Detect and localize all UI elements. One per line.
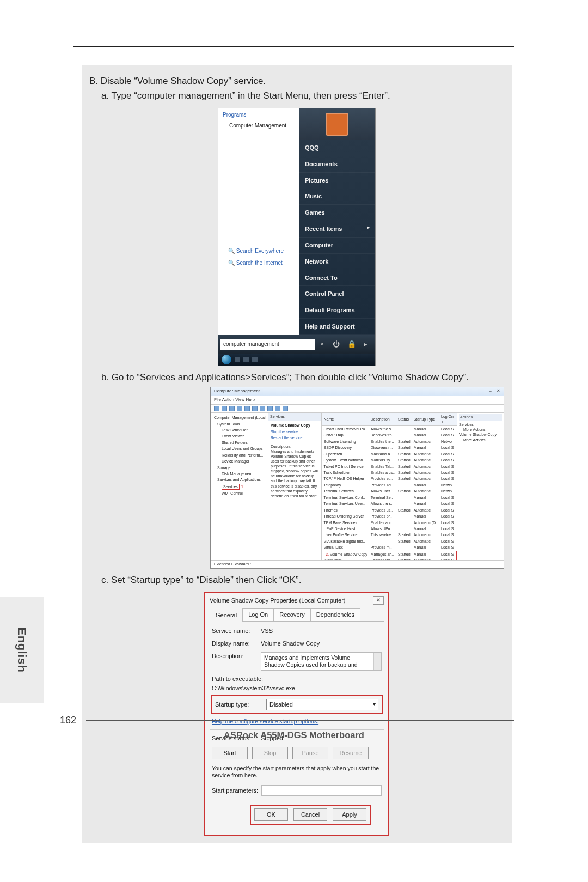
service-row[interactable]: Tablet PC Input ServiceEnables Tab..Star… [322,464,457,470]
step-B-heading: B. Disable “Volume Shadow Copy” service. [89,75,504,88]
program-computer-management[interactable]: Computer Management [218,120,299,130]
startmenu-right-item[interactable]: Connect To [299,270,375,287]
services-list[interactable]: NameDescriptionStatusStartup TypeLog On … [322,413,457,560]
service-row[interactable]: Thread Ordering ServerProvides or..Manua… [322,513,457,519]
cancel-button[interactable]: Cancel [293,808,327,821]
user-avatar [299,108,375,140]
tab-general[interactable]: General [210,609,243,622]
service-row[interactable]: 2. Volume Shadow CopyManages an..Started… [322,551,457,557]
cmgmt-tree[interactable]: Computer Management (Local System Tools … [211,413,268,560]
service-row[interactable]: UPnP Device HostAllows UPn..ManualLocal … [322,526,457,532]
step-b-text: b. Go to “Services and Applications>Serv… [101,372,504,384]
service-row[interactable]: Terminal ServicesAllows user..StartedAut… [322,488,457,494]
taskbar-item [252,357,258,362]
stop-service-link[interactable]: Stop the service [271,429,319,434]
power-lock-row: ⏻ 🔒 ▸ [327,337,373,351]
startmenu-right-item[interactable]: Pictures [299,173,375,189]
start-parameters-label: Start parameters: [212,787,258,795]
service-description-pane: Services Volume Shadow Copy Stop the ser… [268,413,322,560]
service-row[interactable]: TCP/IP NetBIOS HelperProvides su..Starte… [322,476,457,482]
close-icon[interactable]: ✕ [373,596,384,605]
service-row[interactable]: User Profile ServiceThis service ..Start… [322,532,457,538]
service-row[interactable]: Software LicensingEnables the ..StartedA… [322,439,457,445]
figure-service-properties: Volume Shadow Copy Properties (Local Com… [204,592,389,835]
column-header[interactable]: Name [322,413,369,425]
tree-services-highlight[interactable]: Services1. [212,483,267,490]
service-row[interactable]: SuperfetchMaintains a..StartedAutomaticL… [322,451,457,457]
description-value: Manages and implements Volume Shadow Cop… [261,652,382,671]
tab-dependencies[interactable]: Dependencies [310,608,360,621]
start-parameters-input[interactable] [261,785,382,796]
startmenu-right-item[interactable]: Default Programs [299,302,375,319]
cmgmt-view-tabs[interactable]: Extended / Standard / [211,560,504,568]
arrow-icon[interactable]: ▸ [364,339,367,349]
startmenu-right-item[interactable]: Games [299,205,375,221]
service-row[interactable]: Task SchedulerEnables a us..StartedAutom… [322,470,457,476]
start-button[interactable]: Start [212,747,248,759]
stop-button[interactable]: Stop [252,747,288,759]
start-parameters-note: You can specify the start parameters tha… [212,765,382,780]
resume-button[interactable]: Resume [333,747,369,759]
search-input[interactable]: computer management [220,339,315,350]
language-side-tab: English [0,597,44,703]
startmenu-right-item[interactable]: Control Panel [299,286,375,302]
props-titlebar: Volume Shadow Copy Properties (Local Com… [205,593,388,608]
startup-type-select[interactable]: Disabled [266,699,378,710]
ok-button[interactable]: OK [254,808,288,821]
service-row[interactable]: SSDP DiscoveryDiscovers n..StartedManual… [322,445,457,451]
tab-recovery[interactable]: Recovery [273,608,310,621]
service-row[interactable]: Terminal Services User..Allows the r..Ma… [322,501,457,507]
startmenu-right-item[interactable]: QQQ [299,140,375,156]
startmenu-right-item[interactable]: Music [299,188,375,205]
column-header[interactable]: Status [396,413,412,425]
startmenu-right-item[interactable]: Computer [299,238,375,254]
clear-search-icon[interactable]: × [317,340,327,348]
pause-button[interactable]: Pause [292,747,328,759]
service-row[interactable]: TelephonyProvides Tel..ManualNetwo [322,482,457,488]
scrollbar[interactable] [373,653,381,670]
props-tabs: General Log On Recovery Dependencies [210,608,384,622]
startmenu-right-item[interactable]: Help and Support [299,319,375,335]
search-everywhere[interactable]: 🔍 Search Everywhere [218,245,299,257]
actions-pane: Actions Services More Actions Volume Sha… [457,413,504,560]
taskbar [218,354,375,366]
startup-type-row-highlight: Startup type: Disabled [211,695,383,714]
path-label: Path to executable: [212,675,382,683]
service-row[interactable]: VIA Karaoke digital mix..StartedAutomati… [322,538,457,544]
cmgmt-menubar[interactable]: File Action View Help [211,396,504,405]
page-number: 162 [60,715,76,726]
service-row[interactable]: Smart Card Removal Po..Allows the s..Man… [322,425,457,432]
service-row[interactable]: WebClientEnables Wi..StartedAutomaticLoc… [322,557,457,560]
header-rule [74,46,514,47]
footer-rule [86,720,514,721]
startmenu-right-item[interactable]: Network [299,254,375,270]
service-row[interactable]: System Event Notificati..Monitors sy..St… [322,457,457,463]
footer-product-name: ASRock A55M-DGS Motherboard [0,730,588,740]
cmgmt-toolbar[interactable] [211,405,504,413]
startmenu-right-item[interactable]: Recent Items▸ [299,221,375,238]
service-row[interactable]: Virtual DiskProvides m..ManualLocal S [322,544,457,551]
programs-header: Programs [218,108,299,121]
description-label: Description: [212,652,261,660]
startmenu-left-pane: Programs Computer Management 🔍 Search Ev… [218,108,299,335]
tab-logon[interactable]: Log On [242,608,274,621]
window-controls[interactable]: – □ ✕ [489,388,500,394]
service-row[interactable]: SNMP TrapReceives tra..ManualLocal S [322,432,457,438]
startmenu-right-item[interactable]: Documents [299,156,375,173]
column-header[interactable]: Startup Type [412,413,439,425]
column-header[interactable]: Description [369,413,396,425]
power-icon[interactable]: ⏻ [333,339,340,349]
service-row[interactable]: Terminal Services Conf..Terminal Se..Man… [322,495,457,501]
taskbar-item [243,357,249,362]
apply-button[interactable]: Apply [333,808,366,821]
service-row[interactable]: TPM Base ServicesEnables acc..Automatic … [322,520,457,526]
column-header[interactable]: Log On T [439,413,457,425]
spacer [218,130,299,245]
search-internet[interactable]: 🔍 Search the Internet [218,257,299,269]
service-row[interactable]: ThemesProvides us..StartedAutomaticLocal… [322,507,457,513]
lock-icon[interactable]: 🔒 [347,339,356,349]
language-label: English [15,627,29,672]
start-orb-icon[interactable] [222,355,231,364]
restart-service-link[interactable]: Restart the service [271,435,319,440]
dialog-footer-highlight: OK Cancel Apply [250,805,371,825]
